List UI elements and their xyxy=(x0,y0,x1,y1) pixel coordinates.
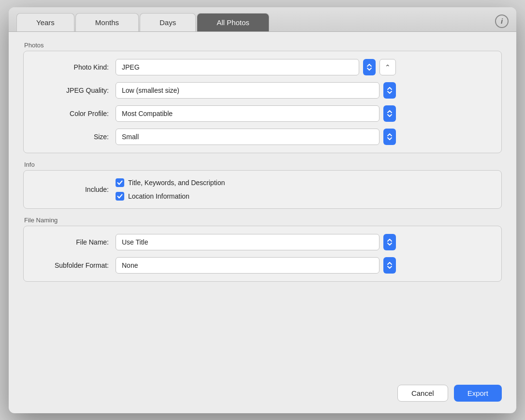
file-naming-section: File Naming File Name: Use Title xyxy=(23,217,502,282)
photos-section-box: Photo Kind: JPEG ⌃ xyxy=(23,51,502,153)
file-name-label: File Name: xyxy=(33,238,116,246)
cancel-button[interactable]: Cancel xyxy=(397,385,448,402)
footer: Cancel Export xyxy=(9,379,516,413)
include-row: Include: Title, Keywords, and Descriptio… xyxy=(33,178,492,201)
subfolder-format-stepper[interactable] xyxy=(383,257,396,274)
jpeg-quality-select[interactable]: Low (smallest size) xyxy=(116,82,379,99)
file-naming-section-box: File Name: Use Title xyxy=(23,226,502,282)
size-value: Small xyxy=(122,133,139,141)
location-info-text: Location Information xyxy=(128,192,190,200)
color-profile-value: Most Compatible xyxy=(122,110,173,117)
photo-kind-value: JPEG xyxy=(122,63,140,71)
color-profile-label: Color Profile: xyxy=(33,110,116,117)
photos-section: Photos Photo Kind: JPEG xyxy=(23,42,502,153)
photo-kind-label: Photo Kind: xyxy=(33,63,116,71)
info-section-box: Include: Title, Keywords, and Descriptio… xyxy=(23,170,502,209)
tab-bar: Years Months Days All Photos i xyxy=(9,7,516,32)
photo-kind-select[interactable]: JPEG xyxy=(116,59,359,75)
subfolder-format-row: Subfolder Format: None xyxy=(33,257,492,274)
content-area: Photos Photo Kind: JPEG xyxy=(9,32,516,379)
export-button[interactable]: Export xyxy=(454,385,502,402)
subfolder-format-wrap: None xyxy=(116,257,396,274)
jpeg-quality-wrap: Low (smallest size) xyxy=(116,82,396,99)
jpeg-quality-row: JPEG Quality: Low (smallest size) xyxy=(33,82,492,99)
subfolder-format-select[interactable]: None xyxy=(116,257,379,274)
tab-years[interactable]: Years xyxy=(16,13,74,31)
info-icon[interactable]: i xyxy=(495,14,509,28)
color-profile-row: Color Profile: Most Compatible xyxy=(33,105,492,122)
photo-kind-row: Photo Kind: JPEG ⌃ xyxy=(33,59,492,75)
color-profile-select[interactable]: Most Compatible xyxy=(116,105,379,122)
info-section: Info Include: Title, Keywords, and Descr… xyxy=(23,161,502,209)
photo-kind-stepper[interactable] xyxy=(363,59,376,75)
file-name-wrap: Use Title xyxy=(116,234,396,250)
file-name-row: File Name: Use Title xyxy=(33,234,492,250)
file-name-select[interactable]: Use Title xyxy=(116,234,379,250)
info-section-label: Info xyxy=(23,161,502,168)
size-wrap: Small xyxy=(116,129,396,145)
photo-kind-collapse-btn[interactable]: ⌃ xyxy=(379,59,396,75)
subfolder-format-value: None xyxy=(122,261,138,269)
jpeg-quality-label: JPEG Quality: xyxy=(33,87,116,94)
file-naming-section-label: File Naming xyxy=(23,217,502,224)
export-dialog: Years Months Days All Photos i Photos Ph… xyxy=(9,7,516,413)
photo-kind-wrap: JPEG ⌃ xyxy=(116,59,396,75)
color-profile-stepper[interactable] xyxy=(383,105,396,122)
size-label: Size: xyxy=(33,133,116,141)
size-row: Size: Small xyxy=(33,129,492,145)
checkboxes-area: Title, Keywords, and Description Locatio… xyxy=(116,178,492,201)
file-name-stepper[interactable] xyxy=(383,234,396,250)
subfolder-format-label: Subfolder Format: xyxy=(33,261,116,269)
title-keywords-checkbox[interactable] xyxy=(116,178,124,187)
title-keywords-row: Title, Keywords, and Description xyxy=(116,178,492,187)
title-keywords-text: Title, Keywords, and Description xyxy=(128,179,225,187)
photos-section-label: Photos xyxy=(23,42,502,49)
color-profile-wrap: Most Compatible xyxy=(116,105,396,122)
location-info-checkbox[interactable] xyxy=(116,192,124,201)
jpeg-quality-value: Low (smallest size) xyxy=(122,87,179,94)
size-select[interactable]: Small xyxy=(116,129,379,145)
file-name-value: Use Title xyxy=(122,238,148,246)
jpeg-quality-stepper[interactable] xyxy=(383,82,396,99)
tab-days[interactable]: Days xyxy=(140,13,196,31)
location-info-row: Location Information xyxy=(116,192,492,201)
include-label: Include: xyxy=(33,186,116,193)
size-stepper[interactable] xyxy=(383,129,396,145)
tab-months[interactable]: Months xyxy=(75,13,139,31)
tab-all-photos[interactable]: All Photos xyxy=(197,13,269,31)
